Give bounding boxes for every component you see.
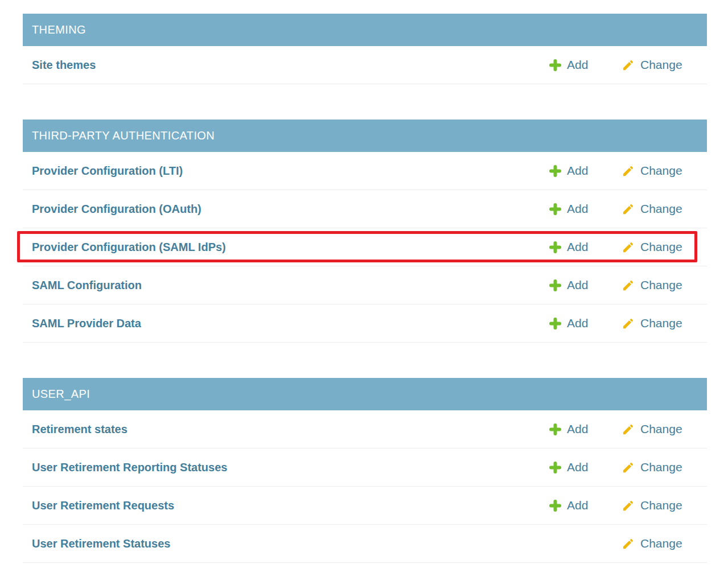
- change-label: Change: [640, 537, 682, 550]
- module-section: THEMING Site themes Add: [23, 14, 707, 84]
- add-label: Add: [567, 278, 588, 292]
- plus-icon: [549, 462, 561, 474]
- add-cell: Add: [549, 164, 622, 178]
- change-link[interactable]: Change: [622, 164, 682, 178]
- module-section: THIRD-PARTY AUTHENTICATION Provider Conf…: [23, 120, 707, 343]
- change-link[interactable]: Change: [622, 422, 682, 436]
- plus-icon: [549, 165, 561, 177]
- change-cell: Change: [622, 460, 689, 474]
- add-label: Add: [567, 164, 588, 178]
- change-cell: Change: [622, 278, 689, 292]
- model-link[interactable]: Site themes: [32, 59, 549, 72]
- add-cell: Add: [549, 460, 622, 474]
- pencil-icon: [622, 317, 635, 330]
- model-link[interactable]: User Retirement Requests: [32, 499, 549, 512]
- pencil-icon: [622, 164, 635, 178]
- pencil-icon: [622, 203, 635, 216]
- admin-app-index-page: THEMING Site themes Add: [0, 0, 728, 568]
- add-link[interactable]: Add: [549, 499, 588, 512]
- section-header: THIRD-PARTY AUTHENTICATION: [23, 120, 707, 152]
- change-link[interactable]: Change: [622, 499, 682, 512]
- change-cell: Change: [622, 202, 689, 216]
- plus-icon: [549, 318, 561, 330]
- change-cell: Change: [622, 537, 689, 550]
- plus-icon: [549, 279, 561, 291]
- add-link[interactable]: Add: [549, 460, 588, 474]
- change-link[interactable]: Change: [622, 240, 682, 254]
- change-label: Change: [640, 58, 682, 72]
- change-label: Change: [640, 316, 682, 330]
- add-cell: Add: [549, 278, 622, 292]
- add-link[interactable]: Add: [549, 202, 588, 216]
- model-row: User Retirement Requests Add: [23, 487, 707, 525]
- change-link[interactable]: Change: [622, 202, 682, 216]
- change-link[interactable]: Change: [622, 278, 682, 292]
- add-link[interactable]: Add: [549, 422, 588, 436]
- model-link[interactable]: SAML Provider Data: [32, 317, 549, 330]
- model-row: Provider Configuration (OAuth) Add: [23, 190, 707, 228]
- change-link[interactable]: Change: [622, 58, 682, 72]
- change-cell: Change: [622, 164, 689, 178]
- model-row: User Retirement Statuses Add: [23, 525, 707, 563]
- app-index: THEMING Site themes Add: [23, 14, 707, 568]
- pencil-icon: [622, 537, 635, 550]
- add-link[interactable]: Add: [549, 278, 588, 292]
- pencil-icon: [622, 499, 635, 512]
- add-label: Add: [567, 202, 588, 216]
- add-label: Add: [567, 58, 588, 72]
- plus-icon: [549, 59, 561, 71]
- change-label: Change: [640, 164, 682, 178]
- change-cell: Change: [622, 58, 689, 72]
- add-cell: Add: [549, 58, 622, 72]
- add-cell: Add: [549, 202, 622, 216]
- plus-icon: [549, 203, 561, 215]
- add-cell: Add: [549, 422, 622, 436]
- add-link[interactable]: Add: [549, 316, 588, 330]
- pencil-icon: [622, 423, 635, 436]
- add-cell: Add: [549, 316, 622, 330]
- pencil-icon: [622, 241, 635, 254]
- add-label: Add: [567, 316, 588, 330]
- model-link[interactable]: Provider Configuration (OAuth): [32, 203, 549, 216]
- model-row: User Retirement Reporting Statuses Add: [23, 448, 707, 487]
- model-row: Provider Configuration (LTI) Add: [23, 152, 707, 190]
- add-link[interactable]: Add: [549, 240, 588, 254]
- pencil-icon: [622, 461, 635, 474]
- plus-icon: [549, 423, 561, 435]
- model-link[interactable]: User Retirement Reporting Statuses: [32, 461, 549, 474]
- model-link[interactable]: Provider Configuration (SAML IdPs): [32, 241, 549, 254]
- add-cell: Add: [549, 499, 622, 512]
- plus-icon: [549, 241, 561, 253]
- change-link[interactable]: Change: [622, 460, 682, 474]
- add-cell: Add: [549, 240, 622, 254]
- model-link[interactable]: Provider Configuration (LTI): [32, 164, 549, 178]
- plus-icon: [549, 500, 561, 512]
- section-header: USER_API: [23, 378, 707, 410]
- model-row: Site themes Add: [23, 46, 707, 84]
- change-label: Change: [640, 499, 682, 512]
- model-row: Provider Configuration (SAML IdPs) Add: [23, 228, 707, 266]
- change-cell: Change: [622, 316, 689, 330]
- model-row: SAML Provider Data Add: [23, 304, 707, 343]
- change-label: Change: [640, 460, 682, 474]
- pencil-icon: [622, 59, 635, 72]
- change-cell: Change: [622, 422, 689, 436]
- change-label: Change: [640, 278, 682, 292]
- add-label: Add: [567, 499, 588, 512]
- model-link[interactable]: Retirement states: [32, 423, 549, 436]
- model-row: SAML Configuration Add: [23, 266, 707, 304]
- pencil-icon: [622, 279, 635, 292]
- change-label: Change: [640, 422, 682, 436]
- section-header: THEMING: [23, 14, 707, 46]
- change-link[interactable]: Change: [622, 316, 682, 330]
- model-link[interactable]: SAML Configuration: [32, 279, 549, 292]
- change-link[interactable]: Change: [622, 537, 682, 550]
- change-label: Change: [640, 240, 682, 254]
- add-label: Add: [567, 240, 588, 254]
- change-cell: Change: [622, 499, 689, 512]
- add-link[interactable]: Add: [549, 58, 588, 72]
- model-link[interactable]: User Retirement Statuses: [32, 537, 549, 550]
- add-link[interactable]: Add: [549, 164, 588, 178]
- model-row: Retirement states Add: [23, 410, 707, 448]
- change-cell: Change: [622, 240, 689, 254]
